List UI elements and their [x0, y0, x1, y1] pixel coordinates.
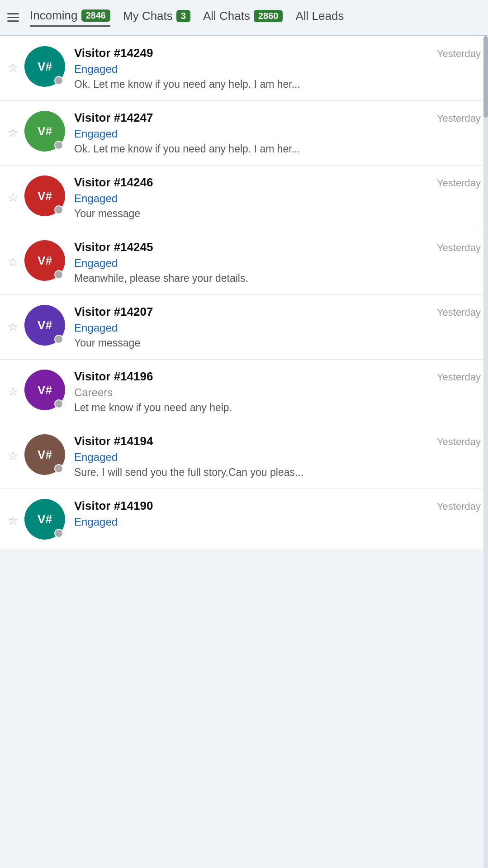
chat-content: Visitor #14246YesterdayEngagedYour messa…: [74, 175, 481, 220]
chat-time: Yesterday: [437, 371, 481, 383]
avatar-status-dot: [54, 76, 63, 85]
chat-content: Visitor #14207YesterdayEngagedYour messa…: [74, 305, 481, 349]
chat-status: Engaged: [74, 451, 481, 464]
visitor-name: Visitor #14207: [74, 305, 153, 319]
avatar: V#: [24, 240, 65, 281]
chat-header-row: Visitor #14190Yesterday: [74, 499, 481, 513]
chat-item[interactable]: ☆V#Visitor #14249YesterdayEngagedOk. Let…: [0, 36, 488, 101]
chat-content: Visitor #14249YesterdayEngagedOk. Let me…: [74, 46, 481, 90]
visitor-name: Visitor #14194: [74, 434, 153, 448]
chat-content: Visitor #14190YesterdayEngaged: [74, 499, 481, 531]
chat-item[interactable]: ☆V#Visitor #14190YesterdayEngaged: [0, 489, 488, 550]
visitor-name: Visitor #14249: [74, 46, 153, 60]
tab-all-leads[interactable]: All Leads: [295, 9, 344, 26]
avatar: V#: [24, 499, 65, 540]
chat-status: Engaged: [74, 257, 481, 270]
chat-list: ☆V#Visitor #14249YesterdayEngagedOk. Let…: [0, 36, 488, 550]
avatar: V#: [24, 434, 65, 475]
avatar: V#: [24, 111, 65, 152]
tab-incoming-label: Incoming: [30, 9, 78, 23]
tab-incoming-badge: 2846: [81, 9, 111, 22]
chat-item[interactable]: ☆V#Visitor #14246YesterdayEngagedYour me…: [0, 166, 488, 230]
chat-item[interactable]: ☆V#Visitor #14194YesterdayEngagedSure. I…: [0, 424, 488, 489]
star-button[interactable]: ☆: [5, 189, 21, 205]
chat-status: Engaged: [74, 63, 481, 76]
chat-content: Visitor #14196YesterdayCareersLet me kno…: [74, 370, 481, 414]
chat-item[interactable]: ☆V#Visitor #14196YesterdayCareersLet me …: [0, 360, 488, 424]
chat-preview: Your message: [74, 208, 481, 220]
tab-all-leads-label: All Leads: [295, 9, 344, 23]
avatar: V#: [24, 175, 65, 216]
chat-status: Engaged: [74, 192, 481, 205]
chat-content: Visitor #14194YesterdayEngagedSure. I wi…: [74, 434, 481, 479]
tab-all-chats[interactable]: All Chats2860: [203, 9, 283, 26]
chat-preview: Sure. I will send you the full story.Can…: [74, 466, 481, 479]
avatar-status-dot: [54, 399, 63, 408]
star-button[interactable]: ☆: [5, 512, 21, 529]
chat-item[interactable]: ☆V#Visitor #14245YesterdayEngagedMeanwhi…: [0, 230, 488, 295]
avatar-status-dot: [54, 205, 63, 214]
star-button[interactable]: ☆: [5, 318, 21, 335]
chat-header-row: Visitor #14249Yesterday: [74, 46, 481, 60]
chat-time: Yesterday: [437, 242, 481, 254]
chat-item[interactable]: ☆V#Visitor #14247YesterdayEngagedOk. Let…: [0, 101, 488, 166]
chat-header-row: Visitor #14246Yesterday: [74, 175, 481, 190]
visitor-name: Visitor #14246: [74, 175, 153, 190]
chat-content: Visitor #14245YesterdayEngagedMeanwhile,…: [74, 240, 481, 285]
avatar-status-dot: [54, 335, 63, 344]
chat-content: Visitor #14247YesterdayEngagedOk. Let me…: [74, 111, 481, 155]
avatar-status-dot: [54, 464, 63, 473]
chat-time: Yesterday: [437, 113, 481, 124]
star-button[interactable]: ☆: [5, 124, 21, 141]
star-button[interactable]: ☆: [5, 254, 21, 270]
header: Incoming2846My Chats3All Chats2860All Le…: [0, 0, 488, 36]
chat-item[interactable]: ☆V#Visitor #14207YesterdayEngagedYour me…: [0, 295, 488, 360]
star-button[interactable]: ☆: [5, 448, 21, 464]
chat-status: Engaged: [74, 128, 481, 140]
chat-header-row: Visitor #14245Yesterday: [74, 240, 481, 254]
tab-all-chats-badge: 2860: [254, 10, 283, 22]
chat-preview: Ok. Let me know if you need any help. I …: [74, 78, 481, 90]
tab-incoming[interactable]: Incoming2846: [30, 9, 110, 27]
chat-status: Careers: [74, 386, 481, 399]
chat-preview: Your message: [74, 337, 481, 349]
chat-time: Yesterday: [437, 177, 481, 189]
visitor-name: Visitor #14196: [74, 370, 153, 384]
chat-time: Yesterday: [437, 436, 481, 448]
chat-header-row: Visitor #14247Yesterday: [74, 111, 481, 125]
chat-header-row: Visitor #14194Yesterday: [74, 434, 481, 448]
chat-time: Yesterday: [437, 48, 481, 60]
scrollbar-track[interactable]: [483, 36, 488, 868]
chat-time: Yesterday: [437, 501, 481, 512]
chat-header-row: Visitor #14207Yesterday: [74, 305, 481, 319]
avatar-status-dot: [54, 141, 63, 150]
star-button[interactable]: ☆: [5, 383, 21, 399]
chat-preview: Let me know if you need any help.: [74, 402, 481, 414]
avatar: V#: [24, 305, 65, 346]
hamburger-button[interactable]: [7, 13, 19, 22]
visitor-name: Visitor #14190: [74, 499, 153, 513]
visitor-name: Visitor #14245: [74, 240, 153, 254]
scrollbar-thumb[interactable]: [483, 36, 488, 118]
tab-my-chats-label: My Chats: [123, 9, 173, 23]
tab-my-chats-badge: 3: [176, 10, 190, 22]
chat-status: Engaged: [74, 516, 481, 528]
tab-my-chats[interactable]: My Chats3: [123, 9, 190, 26]
star-button[interactable]: ☆: [5, 60, 21, 76]
avatar-status-dot: [54, 529, 63, 538]
chat-status: Engaged: [74, 322, 481, 334]
chat-preview: Meanwhile, please share your details.: [74, 272, 481, 285]
avatar: V#: [24, 370, 65, 410]
nav-tabs: Incoming2846My Chats3All Chats2860All Le…: [30, 9, 481, 27]
chat-header-row: Visitor #14196Yesterday: [74, 370, 481, 384]
visitor-name: Visitor #14247: [74, 111, 153, 125]
avatar-status-dot: [54, 270, 63, 279]
chat-preview: Ok. Let me know if you need any help. I …: [74, 143, 481, 155]
tab-all-chats-label: All Chats: [203, 9, 250, 23]
chat-time: Yesterday: [437, 307, 481, 318]
avatar: V#: [24, 46, 65, 87]
